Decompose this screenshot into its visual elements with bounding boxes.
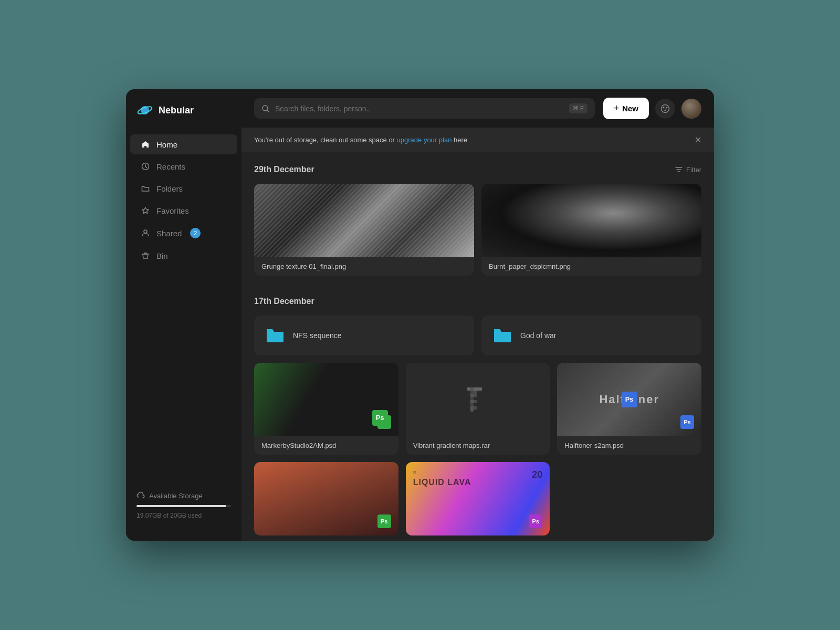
svg-rect-9 [467, 387, 482, 391]
new-btn-label: New [622, 104, 638, 113]
sidebar-item-folders[interactable]: Folders [130, 178, 237, 198]
vibrant-image [406, 363, 550, 436]
sidebar: Nebular Home Recents [126, 89, 242, 541]
shared-badge: 2 [190, 228, 201, 238]
lava-image: ≡ LIQUID LAVA 20 Ps [406, 462, 550, 536]
search-input[interactable] [275, 104, 564, 113]
filter-button[interactable]: Filter [675, 165, 701, 174]
header: ⌘ F + New [242, 89, 714, 128]
keyboard-shortcut: ⌘ F [569, 103, 587, 113]
storage-area: Available Storage 19.07GB of 20GB used [126, 483, 242, 528]
filter-icon [675, 165, 683, 174]
app-window: Nebular Home Recents [126, 89, 714, 541]
file-card-marker[interactable]: Ps MarkerbyStudio2AM.psd [254, 363, 398, 455]
cloud-icon [136, 491, 145, 500]
marker-image: Ps [254, 363, 398, 436]
sidebar-item-recents[interactable]: Recents [130, 156, 237, 176]
file-card-warm[interactable]: Ps [254, 462, 398, 536]
search-bar[interactable]: ⌘ F [254, 98, 595, 119]
ps-badge-marker: Ps [377, 415, 391, 429]
grunge-image [254, 184, 474, 257]
file-name-vibrant: Vibrant gradient maps.rar [406, 436, 550, 455]
storage-usage-text: 19.07GB of 20GB used [136, 512, 202, 519]
file-thumb-marker: Ps [254, 363, 398, 436]
file-card-grunge[interactable]: Grunge texture 01_final.png [254, 184, 474, 276]
ps-badge-lava: Ps [529, 514, 542, 528]
sidebar-item-bin[interactable]: Bin [130, 246, 237, 266]
svg-point-8 [665, 109, 666, 111]
svg-point-5 [662, 104, 669, 112]
section-dec29: 29th December Filter Grunge texture 01_f… [242, 152, 714, 280]
file-thumb-lava: ≡ LIQUID LAVA 20 Ps [406, 462, 550, 536]
sidebar-item-favorites-label: Favorites [156, 206, 189, 215]
logo-icon [136, 102, 153, 119]
file-name-marker: MarkerbyStudio2AM.psd [254, 436, 398, 455]
file-card-halftoner[interactable]: Halftoner Ps Halftoner s2am.psd [557, 363, 701, 455]
main-area: ⌘ F + New [242, 89, 714, 541]
section-dec29-title: 29th December [254, 165, 314, 174]
warm-image: Ps [254, 462, 398, 536]
file-thumb-vibrant [406, 363, 550, 436]
storage-bar-background [136, 505, 231, 507]
svg-point-7 [666, 107, 668, 108]
content-area: You're out of storage, clean out some sp… [242, 128, 714, 541]
file-thumb-warm: Ps [254, 462, 398, 536]
avatar[interactable] [681, 99, 701, 119]
sidebar-item-shared-label: Shared [156, 229, 182, 238]
svg-point-3 [144, 230, 147, 233]
file-card-lava[interactable]: ≡ LIQUID LAVA 20 Ps [406, 462, 550, 536]
storage-banner: You're out of storage, clean out some sp… [242, 128, 714, 152]
section-dec17: 17th December NFS sequence [242, 284, 714, 540]
header-actions: + New [603, 98, 701, 119]
bin-icon [141, 251, 150, 260]
file-name-halftoner: Halftoner s2am.psd [557, 436, 701, 455]
file-name-burnt: Burnt_paper_dsplcmnt.png [481, 257, 701, 276]
file-card-vibrant[interactable]: Vibrant gradient maps.rar [406, 363, 550, 455]
file-thumb-grunge [254, 184, 474, 257]
clock-icon [141, 162, 150, 171]
avatar-image [681, 99, 701, 119]
svg-point-6 [663, 107, 665, 108]
folders-grid: NFS sequence God of war [254, 316, 701, 355]
search-icon [261, 104, 270, 113]
folder-icon-nfs [265, 325, 286, 346]
star-icon [141, 206, 150, 215]
dec17-files-row1: Ps MarkerbyStudio2AM.psd [254, 363, 701, 455]
app-name: Nebular [159, 105, 194, 116]
folder-name-godofwar: God of war [520, 331, 556, 340]
rar-icon [465, 386, 491, 413]
folder-icon-godofwar [492, 325, 513, 346]
folder-card-godofwar[interactable]: God of war [481, 316, 701, 355]
storage-label-text: Available Storage [149, 492, 203, 500]
storage-bar-fill [136, 505, 226, 507]
banner-close-button[interactable]: ✕ [695, 135, 701, 145]
sidebar-item-home[interactable]: Home [130, 134, 237, 154]
palette-icon [660, 104, 670, 113]
theme-button[interactable] [655, 99, 675, 119]
ps-badge-warm: Ps [377, 514, 391, 528]
sidebar-item-folders-label: Folders [156, 184, 183, 193]
sidebar-item-home-label: Home [156, 140, 177, 149]
file-card-burnt[interactable]: Burnt_paper_dsplcmnt.png [481, 184, 701, 276]
sidebar-item-favorites[interactable]: Favorites [130, 201, 237, 220]
shared-icon [141, 228, 150, 238]
sidebar-item-recents-label: Recents [156, 162, 185, 171]
sidebar-item-shared[interactable]: Shared 2 [130, 223, 237, 244]
sidebar-item-bin-label: Bin [156, 251, 168, 260]
file-thumb-halftoner: Halftoner Ps [557, 363, 701, 436]
ps-badge-halftoner: Ps [680, 415, 694, 429]
dec29-grid: Grunge texture 01_final.png Burnt_paper_… [254, 184, 701, 276]
halftoner-image: Halftoner Ps [557, 363, 701, 436]
logo-area: Nebular [126, 102, 242, 133]
file-name-grunge: Grunge texture 01_final.png [254, 257, 474, 276]
burnt-image [481, 184, 701, 257]
section-dec29-header: 29th December Filter [254, 165, 701, 174]
upgrade-link[interactable]: upgrade your plan [397, 136, 452, 144]
folder-name-nfs: NFS sequence [293, 331, 342, 340]
new-button[interactable]: + New [603, 98, 649, 119]
folder-card-nfs[interactable]: NFS sequence [254, 316, 474, 355]
new-btn-plus: + [614, 103, 620, 114]
dec17-files-row2: Ps ≡ LIQUID LAVA 20 Ps [254, 462, 701, 536]
folder-nav-icon [141, 184, 150, 193]
file-thumb-burnt [481, 184, 701, 257]
